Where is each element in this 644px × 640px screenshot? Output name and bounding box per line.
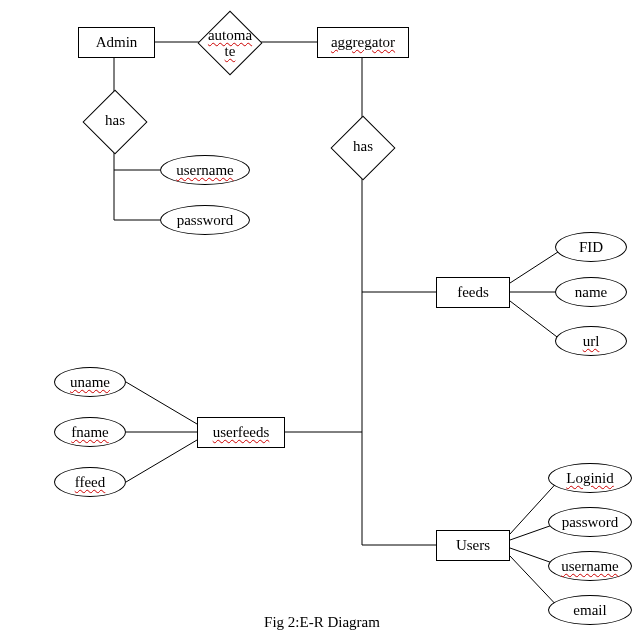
attr-feeds-url: url	[555, 326, 627, 356]
relationship-agg-has	[330, 115, 395, 180]
entity-userfeeds-label: userfeeds	[213, 424, 270, 441]
attr-users-username: username	[548, 551, 632, 581]
svg-line-11	[510, 250, 561, 283]
entity-users: Users	[436, 530, 510, 561]
entity-users-label: Users	[456, 537, 490, 554]
attr-uf-fname: fname	[54, 417, 126, 447]
relationship-admin-has	[82, 89, 147, 154]
attr-feeds-url-label: url	[583, 333, 600, 350]
entity-aggregator-label: aggregator	[331, 34, 395, 51]
attr-uf-uname-label: uname	[70, 374, 110, 391]
attr-users-loginid-label: Loginid	[566, 470, 614, 487]
entity-userfeeds: userfeeds	[197, 417, 285, 448]
attr-uf-ffeed: ffeed	[54, 467, 126, 497]
er-diagram: Admin aggregator feeds userfeeds Users a…	[0, 0, 644, 640]
attr-users-username-label: username	[561, 558, 618, 575]
attr-admin-username: username	[160, 155, 250, 185]
attr-feeds-fid: FID	[555, 232, 627, 262]
attr-users-loginid: Loginid	[548, 463, 632, 493]
svg-line-13	[510, 301, 561, 340]
attr-users-password: password	[548, 507, 632, 537]
attr-feeds-name: name	[555, 277, 627, 307]
svg-line-14	[126, 382, 197, 424]
entity-admin-label: Admin	[96, 34, 138, 51]
figure-caption: Fig 2:E-R Diagram	[222, 614, 422, 631]
attr-users-password-label: password	[562, 514, 619, 531]
attr-uf-uname: uname	[54, 367, 126, 397]
entity-feeds: feeds	[436, 277, 510, 308]
attr-feeds-fid-label: FID	[579, 239, 603, 256]
entity-aggregator: aggregator	[317, 27, 409, 58]
attr-admin-username-label: username	[176, 162, 233, 179]
attr-uf-ffeed-label: ffeed	[75, 474, 106, 491]
attr-admin-password-label: password	[177, 212, 234, 229]
relationship-automate	[197, 10, 262, 75]
attr-users-email-label: email	[573, 602, 606, 619]
entity-admin: Admin	[78, 27, 155, 58]
attr-users-email: email	[548, 595, 632, 625]
attr-admin-password: password	[160, 205, 250, 235]
entity-feeds-label: feeds	[457, 284, 489, 301]
attr-uf-fname-label: fname	[71, 424, 108, 441]
attr-feeds-name-label: name	[575, 284, 607, 301]
connector-lines	[0, 0, 644, 640]
svg-line-16	[126, 440, 197, 482]
